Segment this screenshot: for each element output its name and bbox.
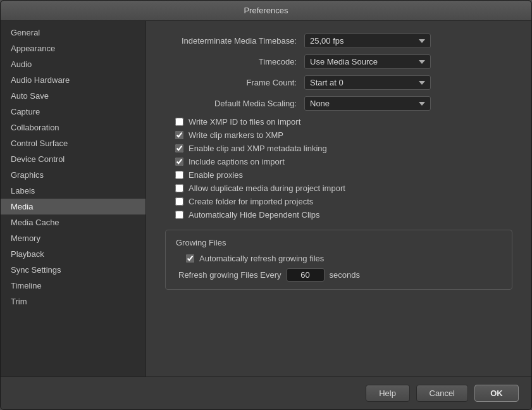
sidebar-item-control-surface[interactable]: Control Surface <box>1 135 145 151</box>
timecode-select[interactable]: Use Media Source <box>304 54 431 69</box>
frame-count-row: Frame Count: Start at 0 <box>165 75 512 90</box>
timecode-label: Timecode: <box>165 57 304 66</box>
checkbox-enable-clip-xmp: Enable clip and XMP metadata linking <box>165 144 512 153</box>
indeterminate-media-select[interactable]: 25,00 fps <box>304 34 431 48</box>
refresh-unit-label: seconds <box>330 270 360 280</box>
sidebar-item-auto-save[interactable]: Auto Save <box>1 88 145 104</box>
sidebar-item-media-cache[interactable]: Media Cache <box>1 214 145 230</box>
cancel-button[interactable]: Cancel <box>416 385 468 402</box>
write-clip-markers-label: Write clip markers to XMP <box>189 130 283 140</box>
include-captions-checkbox[interactable] <box>175 158 183 166</box>
dialog-title: Preferences <box>244 6 288 15</box>
checkbox-include-captions: Include captions on import <box>165 157 512 166</box>
enable-proxies-label: Enable proxies <box>189 170 243 180</box>
refresh-interval-input[interactable] <box>287 268 325 282</box>
sidebar-item-timeline[interactable]: Timeline <box>1 278 145 294</box>
indeterminate-media-label: Indeterminate Media Timebase: <box>165 36 304 46</box>
ok-button[interactable]: OK <box>474 385 519 402</box>
growing-files-title: Growing Files <box>176 238 502 247</box>
sidebar-item-memory[interactable]: Memory <box>1 230 145 246</box>
sidebar-item-device-control[interactable]: Device Control <box>1 151 145 167</box>
hide-dependent-clips-checkbox[interactable] <box>175 211 183 219</box>
sidebar: GeneralAppearanceAudioAudio HardwareAuto… <box>1 21 146 376</box>
enable-clip-xmp-label: Enable clip and XMP metadata linking <box>189 144 327 153</box>
sidebar-item-sync-settings[interactable]: Sync Settings <box>1 262 145 278</box>
write-clip-markers-checkbox[interactable] <box>175 131 183 139</box>
growing-files-section: Growing Files Automatically refresh grow… <box>165 230 512 290</box>
auto-refresh-row: Automatically refresh growing files <box>176 254 502 263</box>
sidebar-item-appearance[interactable]: Appearance <box>1 40 145 56</box>
dialog-footer: Help Cancel OK <box>1 376 531 409</box>
frame-count-label: Frame Count: <box>165 78 304 87</box>
allow-duplicate-media-label: Allow duplicate media during project imp… <box>189 183 345 193</box>
frame-count-select[interactable]: Start at 0 <box>304 75 431 90</box>
default-media-scaling-select[interactable]: None <box>304 96 431 111</box>
enable-proxies-checkbox[interactable] <box>175 171 183 179</box>
allow-duplicate-media-checkbox[interactable] <box>175 184 183 192</box>
refresh-every-label: Refresh growing Files Every <box>178 270 281 280</box>
sidebar-item-playback[interactable]: Playback <box>1 246 145 262</box>
checkbox-write-clip-markers: Write clip markers to XMP <box>165 130 512 140</box>
dialog-body: GeneralAppearanceAudioAudio HardwareAuto… <box>1 21 531 376</box>
checkbox-write-xmp-id: Write XMP ID to files on import <box>165 117 512 127</box>
enable-clip-xmp-checkbox[interactable] <box>175 144 183 152</box>
hide-dependent-clips-label: Automatically Hide Dependent Clips <box>189 210 319 220</box>
sidebar-item-labels[interactable]: Labels <box>1 183 145 199</box>
default-media-scaling-row: Default Media Scaling: None <box>165 96 512 111</box>
checkbox-create-folder: Create folder for imported projects <box>165 197 512 206</box>
default-media-scaling-label: Default Media Scaling: <box>165 99 304 108</box>
checkbox-enable-proxies: Enable proxies <box>165 170 512 180</box>
sidebar-item-collaboration[interactable]: Collaboration <box>1 120 145 135</box>
create-folder-label: Create folder for imported projects <box>189 197 313 206</box>
sidebar-item-capture[interactable]: Capture <box>1 104 145 120</box>
sidebar-item-trim[interactable]: Trim <box>1 294 145 309</box>
sidebar-item-audio-hardware[interactable]: Audio Hardware <box>1 72 145 88</box>
main-content: Indeterminate Media Timebase: 25,00 fps … <box>146 21 531 376</box>
write-xmp-id-label: Write XMP ID to files on import <box>189 117 300 127</box>
sidebar-item-audio[interactable]: Audio <box>1 56 145 72</box>
create-folder-checkbox[interactable] <box>175 197 183 206</box>
sidebar-item-graphics[interactable]: Graphics <box>1 167 145 183</box>
timecode-row: Timecode: Use Media Source <box>165 54 512 69</box>
checkbox-allow-duplicate-media: Allow duplicate media during project imp… <box>165 183 512 193</box>
help-button[interactable]: Help <box>366 385 410 402</box>
sidebar-item-media[interactable]: Media <box>1 199 145 214</box>
include-captions-label: Include captions on import <box>189 157 285 166</box>
checkbox-hide-dependent-clips: Automatically Hide Dependent Clips <box>165 210 512 220</box>
preferences-dialog: Preferences GeneralAppearanceAudioAudio … <box>0 0 532 410</box>
title-bar: Preferences <box>1 1 531 21</box>
auto-refresh-label: Automatically refresh growing files <box>199 254 324 263</box>
indeterminate-media-row: Indeterminate Media Timebase: 25,00 fps <box>165 34 512 48</box>
write-xmp-id-checkbox[interactable] <box>175 118 183 126</box>
auto-refresh-checkbox[interactable] <box>186 254 194 263</box>
sidebar-item-general[interactable]: General <box>1 25 145 40</box>
refresh-interval-row: Refresh growing Files Every seconds <box>176 268 502 282</box>
